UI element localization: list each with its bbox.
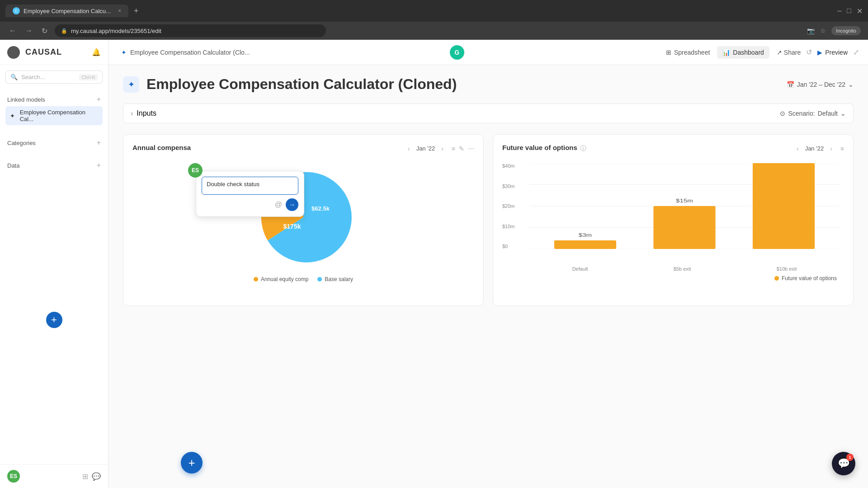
spreadsheet-icon[interactable]: ⊞ <box>82 472 88 481</box>
tab-spreadsheet[interactable]: ⊞ Spreadsheet <box>660 46 715 59</box>
causal-logo <box>7 46 20 59</box>
inputs-section: › Inputs ⊙ Scenario: Default ⌄ <box>123 103 854 123</box>
sidebar: CAUSAL 🔔 🔍 Search... Ctrl+K Linked model… <box>0 40 108 488</box>
bookmark-icon[interactable]: ☆ <box>820 27 826 34</box>
messages-icon[interactable]: 💬 <box>92 472 101 481</box>
back-button[interactable]: ← <box>7 25 18 37</box>
url-bar[interactable]: 🔒 my.causal.app/models/235651/edit <box>55 24 326 37</box>
main-content: ✦ Employee Compensation Calculator (Clo.… <box>108 40 868 488</box>
categories-section: Categories + <box>0 132 108 153</box>
calendar-icon: 📅 <box>787 81 794 88</box>
new-tab-button[interactable]: + <box>132 5 141 18</box>
pie-more-icon[interactable]: ⋯ <box>468 145 474 152</box>
bar-chart-header: Future value of options ⓘ ‹ Jan '22 › ≡ <box>502 144 844 153</box>
grammarly-icon: G <box>450 45 464 60</box>
maximize-button[interactable]: □ <box>847 7 851 15</box>
comment-send-button[interactable]: → <box>286 198 298 211</box>
history-icon[interactable]: ↺ <box>806 48 812 56</box>
dashboard-title: Employee Compensation Calculator (Cloned… <box>146 76 457 93</box>
x-label-10b: $10b exit <box>777 266 797 272</box>
y-label-40m: $40m <box>502 163 515 169</box>
search-bar[interactable]: 🔍 Search... Ctrl+K <box>5 70 103 84</box>
search-shortcut: Ctrl+K <box>79 74 98 80</box>
date-range-chevron: ⌄ <box>848 81 854 88</box>
y-label-20m: $20m <box>502 203 515 209</box>
tab-icon: C <box>13 7 20 14</box>
close-window-button[interactable]: ✕ <box>857 7 863 15</box>
url-text: my.causal.app/models/235651/edit <box>71 28 161 34</box>
scenario-icon: ⊙ <box>780 110 785 117</box>
share-label: Share <box>784 49 801 56</box>
legend-salary-dot <box>317 277 322 282</box>
tab-dashboard[interactable]: 📊 Dashboard <box>717 46 769 59</box>
expand-icon[interactable]: ⤢ <box>853 48 859 56</box>
pie-prev-button[interactable]: ‹ <box>405 144 413 153</box>
causal-brand-name: CAUSAL <box>25 47 62 57</box>
address-bar: ← → ↻ 🔒 my.causal.app/models/235651/edit… <box>0 22 868 40</box>
pie-chart-title: Annual compensa <box>132 144 191 151</box>
legend-future-value: Future value of options <box>774 275 837 282</box>
add-fab-button[interactable]: + <box>46 312 62 328</box>
comment-popup: ES Double check status @ → <box>196 171 304 217</box>
svg-text:$3m: $3m <box>579 233 592 238</box>
add-category-button[interactable]: + <box>97 139 101 147</box>
browser-tab[interactable]: C Employee Compensation Calcu... × <box>5 5 128 17</box>
app-layout: CAUSAL 🔔 🔍 Search... Ctrl+K Linked model… <box>0 40 868 488</box>
scenario-selector[interactable]: ⊙ Scenario: Default ⌄ <box>780 110 846 117</box>
search-icon: 🔍 <box>10 74 18 80</box>
add-content-button[interactable]: + <box>181 452 203 474</box>
categories-label: Categories <box>7 140 36 146</box>
dashboard-area: ✦ Employee Compensation Calculator (Clon… <box>108 65 868 488</box>
bar-chart-title: Future value of options <box>502 144 577 151</box>
at-mention-button[interactable]: @ <box>275 201 282 209</box>
model-icon: ✦ <box>9 112 16 119</box>
notification-icon[interactable]: 🔔 <box>92 48 101 56</box>
share-button[interactable]: ↗ Share <box>777 49 801 56</box>
y-label-0: $0 <box>502 244 515 249</box>
browser-chrome: C Employee Compensation Calcu... × + – □… <box>0 0 868 22</box>
svg-rect-8 <box>653 206 715 249</box>
inputs-label: Inputs <box>137 109 156 117</box>
scenario-chevron: ⌄ <box>840 110 846 117</box>
refresh-button[interactable]: ↻ <box>40 25 49 37</box>
bar-menu-icon: ≡ <box>840 145 844 152</box>
address-bar-actions: 📷 ☆ Incognito <box>807 26 861 35</box>
pie-chart-legend: Annual equity comp Base salary <box>132 272 474 282</box>
app-header: ✦ Employee Compensation Calculator (Clo.… <box>108 40 868 65</box>
minimize-button[interactable]: – <box>837 7 841 15</box>
legend-salary: Base salary <box>317 276 353 282</box>
preview-button[interactable]: ▶ Preview <box>817 49 848 56</box>
add-linked-model-button[interactable]: + <box>97 95 101 103</box>
add-data-button[interactable]: + <box>97 161 101 169</box>
svg-text:$15m: $15m <box>676 198 693 204</box>
bar-chart-nav: ‹ Jan '22 › <box>794 144 835 153</box>
pie-chart-actions: ≡ ✎ ⋯ <box>452 145 474 152</box>
pie-chart-nav: ‹ Jan '22 › <box>405 144 446 153</box>
data-header: Data + <box>5 159 103 172</box>
comment-input-field[interactable]: Double check status <box>202 177 298 195</box>
sidebar-bottom-actions: ⊞ 💬 <box>82 472 101 481</box>
forward-button[interactable]: → <box>24 25 34 37</box>
camera-icon[interactable]: 📷 <box>807 27 815 34</box>
bar-prev-button[interactable]: ‹ <box>794 144 802 153</box>
send-icon: → <box>289 201 295 208</box>
search-placeholder: Search... <box>21 74 45 80</box>
close-tab-button[interactable]: × <box>118 8 121 14</box>
bar-next-button[interactable]: › <box>827 144 835 153</box>
date-range-selector[interactable]: 📅 Jan '22 – Dec '22 ⌄ <box>787 81 854 88</box>
model-name: Employee Compensation Cal... <box>20 109 99 122</box>
chat-button[interactable]: 💬 1 <box>832 452 855 475</box>
legend-future-label: Future value of options <box>782 275 837 282</box>
inputs-toggle-icon[interactable]: › <box>131 109 133 117</box>
bar-chart-visual: $3m $15m $30m $40m $30m $20m $10m $0 <box>502 159 844 272</box>
bar-chart-actions: ≡ <box>840 145 844 152</box>
pie-edit-icon[interactable]: ✎ <box>459 145 464 152</box>
categories-header: Categories + <box>5 136 103 150</box>
pie-next-button[interactable]: › <box>439 144 446 153</box>
y-label-10m: $10m <box>502 224 515 229</box>
sidebar-item-model[interactable]: ✦ Employee Compensation Cal... <box>5 106 103 125</box>
linked-models-label: Linked models <box>7 96 45 103</box>
comment-actions: @ → <box>202 198 298 211</box>
model-breadcrumb[interactable]: ✦ Employee Compensation Calculator (Clo.… <box>118 47 254 58</box>
x-label-default: Default <box>572 266 588 272</box>
